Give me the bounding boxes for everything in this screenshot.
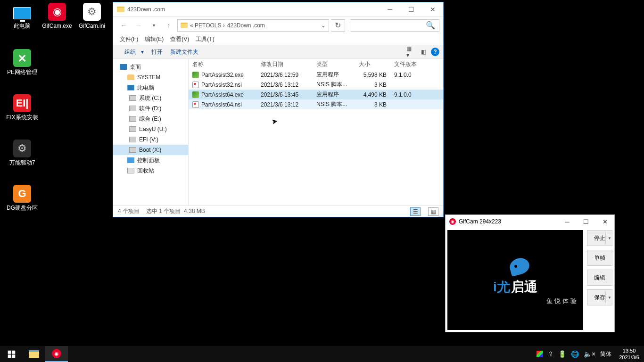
start-button[interactable]	[0, 346, 23, 362]
desktop-icon-gifcam-ini[interactable]: ⚙GifCam.ini	[75, 3, 108, 29]
tree-item[interactable]: 回收站	[113, 165, 188, 176]
taskbar-gifcam[interactable]: ◉	[45, 346, 68, 362]
tree-item[interactable]: EasyU (U:)	[113, 124, 188, 134]
preview-pane-icon[interactable]: ◧	[419, 47, 428, 57]
file-row[interactable]: PartAssist64.exe2021/3/6 13:45应用程序4,490 …	[189, 90, 443, 99]
gear-icon: ⚙	[13, 140, 31, 157]
tree-item[interactable]: 桌面	[113, 62, 188, 72]
tree-label: SYSTEM	[137, 74, 160, 81]
selection-count: 选中 1 个项目 4.38 MB	[146, 207, 205, 215]
tree-item[interactable]: 综合 (E:)	[113, 114, 188, 124]
svg-rect-1	[12, 350, 15, 354]
menu-edit[interactable]: 编辑(E)	[142, 34, 166, 44]
view-details-button[interactable]: ☰	[410, 207, 421, 216]
tree-label: 回收站	[137, 167, 154, 175]
tray-colors-icon[interactable]	[537, 351, 543, 357]
menu-tools[interactable]: 工具(T)	[193, 34, 217, 44]
toolbar: 组织 ▾ 打开 新建文件夹 ▦ ▾ ◧ ?	[113, 45, 443, 59]
help-icon[interactable]: ?	[431, 48, 439, 56]
file-list: 名称 修改日期 类型 大小 文件版本 PartAssist32.exe2021/…	[189, 59, 443, 206]
col-type[interactable]: 类型	[313, 60, 355, 68]
tray-clock[interactable]: 13:502021/3/6	[616, 347, 642, 361]
refresh-button[interactable]: ↻	[331, 19, 345, 32]
tree-item[interactable]: EFI (V:)	[113, 134, 188, 145]
edit-button[interactable]: 编辑	[587, 270, 612, 286]
tree-item[interactable]: 软件 (D:)	[113, 103, 188, 114]
desktop-icon-eix[interactable]: EI|EIX系统安装	[6, 94, 39, 121]
item-count: 4 个项目	[118, 207, 140, 215]
tray-volume-icon[interactable]: 🔈×	[584, 350, 595, 358]
desktop-icon-this-pc[interactable]: 此电脑	[6, 3, 39, 29]
desktop-icon-dg[interactable]: GDG硬盘分区	[6, 185, 39, 211]
col-version[interactable]: 文件版本	[390, 60, 428, 68]
capture-area[interactable]: i尤启通 鱼悦体验	[447, 230, 583, 330]
folder-icon	[117, 7, 124, 12]
tree-item[interactable]: 系统 (C:)	[113, 93, 188, 103]
stop-button[interactable]: 停止▼	[587, 230, 612, 246]
desktop-icon-driver[interactable]: ⚙万能驱动7	[6, 140, 39, 166]
tray-language[interactable]: 简体	[600, 350, 611, 358]
drive-icon	[127, 85, 134, 90]
maximize-button[interactable]: ☐	[577, 215, 595, 228]
save-button[interactable]: 保存▼	[587, 289, 612, 305]
newfolder-button[interactable]: 新建文件夹	[166, 46, 202, 58]
menu-view[interactable]: 查看(V)	[167, 34, 192, 44]
titlebar[interactable]: 423Down .com ─ ☐ ✕	[113, 2, 443, 16]
titlebar[interactable]: ◉ GifCam 294x223 ─ ☐ ✕	[446, 215, 614, 228]
drive-icon	[129, 126, 136, 132]
tray-battery-icon[interactable]: 🔋	[558, 350, 566, 358]
chevron-down-icon[interactable]: ⌄	[321, 22, 326, 29]
drive-icon	[129, 106, 136, 111]
desktop-icon-pe-network[interactable]: PE网络管理	[6, 49, 39, 75]
address-bar[interactable]: « PETOOLS › 423Down .com ⌄	[177, 19, 329, 32]
frame-button[interactable]: 单帧	[587, 250, 612, 266]
view-icons-button[interactable]: ▦	[428, 207, 438, 216]
organize-button[interactable]: 组织 ▾	[117, 46, 148, 58]
forward-button[interactable]: →	[132, 19, 145, 32]
column-headers[interactable]: 名称 修改日期 类型 大小 文件版本	[189, 59, 443, 70]
file-icon	[192, 82, 199, 88]
system-tray: ⇪ 🔋 🌐 🔈× 简体 13:502021/3/6	[535, 346, 644, 362]
disk-icon: G	[13, 185, 31, 203]
window-file-explorer: 423Down .com ─ ☐ ✕ ← → ▾ ↑ « PETOOLS › 4…	[113, 2, 443, 217]
minimize-button[interactable]: ─	[558, 215, 577, 228]
tree-label: 系统 (C:)	[139, 94, 161, 102]
back-button[interactable]: ←	[117, 19, 130, 32]
tree-item[interactable]: SYSTEM	[113, 72, 188, 82]
view-options-icon[interactable]: ▦ ▾	[406, 47, 416, 57]
minimize-button[interactable]: ─	[380, 2, 401, 16]
drive-icon	[129, 116, 136, 122]
tree-item[interactable]: 此电脑	[113, 82, 188, 93]
col-date[interactable]: 修改日期	[257, 60, 313, 68]
menu-file[interactable]: 文件(F)	[117, 34, 141, 44]
drive-icon	[129, 147, 136, 153]
taskbar-file-explorer[interactable]	[23, 346, 45, 362]
close-button[interactable]: ✕	[595, 215, 614, 228]
file-row[interactable]: PartAssist64.nsi2021/3/6 13:12NSIS 脚本...…	[189, 99, 443, 109]
col-size[interactable]: 大小	[355, 60, 390, 68]
camera-icon: ◉	[52, 349, 61, 358]
drive-icon	[129, 95, 136, 101]
side-toolbar: 停止▼ 单帧 编辑 保存▼	[585, 228, 614, 332]
network-icon	[13, 49, 31, 67]
up-button[interactable]: ↑	[162, 19, 175, 32]
search-input[interactable]: 🔍	[350, 19, 439, 32]
maximize-button[interactable]: ☐	[401, 2, 422, 16]
open-button[interactable]: 打开	[148, 46, 166, 58]
svg-rect-2	[8, 354, 11, 358]
file-row[interactable]: PartAssist32.nsi2021/3/6 13:12NSIS 脚本...…	[189, 80, 443, 90]
close-button[interactable]: ✕	[422, 2, 443, 16]
tree-item[interactable]: 控制面板	[113, 155, 188, 165]
taskbar: ◉ ⇪ 🔋 🌐 🔈× 简体 13:502021/3/6	[0, 346, 644, 362]
tree-label: 综合 (E:)	[139, 115, 161, 123]
tree-item[interactable]: Boot (X:)	[113, 145, 188, 155]
nav-bar: ← → ▾ ↑ « PETOOLS › 423Down .com ⌄ ↻ 🔍	[113, 16, 443, 33]
camera-icon: ◉	[48, 3, 66, 21]
recent-button[interactable]: ▾	[147, 19, 160, 32]
file-row[interactable]: PartAssist32.exe2021/3/6 12:59应用程序5,598 …	[189, 70, 443, 80]
tray-usb-icon[interactable]: ⇪	[548, 350, 553, 358]
tray-network-icon[interactable]: 🌐	[571, 350, 579, 358]
drive-icon	[129, 137, 136, 142]
desktop-icon-gifcam-exe[interactable]: ◉GifCam.exe	[41, 3, 74, 29]
col-name[interactable]: 名称	[189, 60, 257, 68]
